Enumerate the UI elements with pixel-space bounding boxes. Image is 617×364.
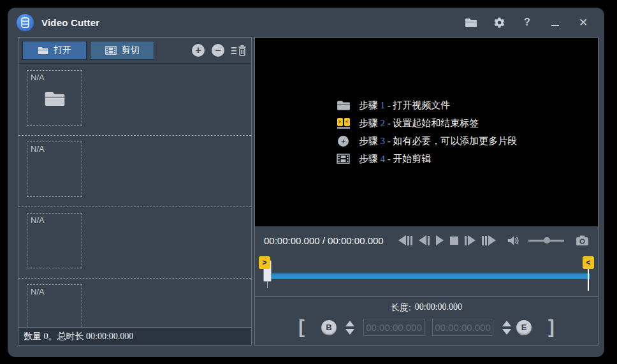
step-text: 步骤 3 - 如有必要，可以添加更多片段 (359, 135, 518, 147)
app-logo-icon (17, 14, 34, 31)
frame-forward-fast-button[interactable] (482, 235, 496, 246)
step-row-3: + 步骤 3 - 如有必要，可以添加更多片段 (336, 135, 518, 147)
step-row-1: 步骤 1 - 打开视频文件 (336, 99, 518, 112)
timeline: > < (255, 254, 598, 296)
segment-label: N/A (31, 215, 45, 225)
add-segment-button[interactable]: + (192, 44, 205, 57)
player-controls-row: 00:00:00.000 / 00:00:00.000 (255, 226, 598, 254)
time-display: 00:00:00.000 / 00:00:00.000 (264, 235, 384, 246)
step-text: 步骤 4 - 开始剪辑 (359, 153, 432, 165)
segment-label: N/A (31, 144, 45, 154)
remove-segment-button[interactable]: − (212, 44, 224, 57)
step-text: 步骤 2 - 设置起始和结束标签 (359, 117, 479, 129)
help-icon[interactable]: ? (520, 15, 534, 29)
minimize-icon (551, 25, 559, 26)
volume-handle[interactable] (544, 237, 550, 244)
film-icon (336, 154, 351, 164)
titlebar: Video Cutter ? ✕ (8, 8, 604, 37)
start-marker[interactable]: > (259, 256, 270, 269)
folder-icon (38, 47, 48, 55)
tab-cut[interactable]: 剪切 (90, 41, 154, 60)
tab-open[interactable]: 打开 (22, 41, 87, 60)
segment-item-1: N/A (18, 64, 251, 136)
segment-thumbnail-4[interactable]: N/A (27, 284, 82, 327)
mute-speaker-icon[interactable] (506, 235, 519, 246)
clip-list-panel: 打开 剪切 + − (18, 37, 252, 346)
preview-panel: 步骤 1 - 打开视频文件 >< 步骤 2 - (254, 37, 599, 346)
set-end-button[interactable]: E (516, 320, 532, 335)
segment-thumbnail-3[interactable]: N/A (27, 213, 82, 268)
frame-back-button[interactable] (419, 235, 430, 246)
snapshot-camera-button[interactable] (576, 235, 589, 246)
timeline-track[interactable] (265, 272, 590, 279)
segment-label: N/A (31, 73, 45, 82)
status-bar: 数量 0。总时长 00:00:00.000 (18, 327, 251, 345)
length-readout: 长度: 00:00:00.000 (255, 302, 598, 314)
clear-list-button[interactable] (231, 45, 246, 56)
step-text: 步骤 1 - 打开视频文件 (359, 99, 451, 112)
stepper-up-icon[interactable] (502, 321, 511, 326)
app-window: Video Cutter ? ✕ (8, 8, 604, 357)
minus-icon: − (215, 45, 221, 55)
close-bracket: ] (548, 318, 555, 337)
help-glyph: ? (524, 17, 530, 28)
stepper-up-icon[interactable] (345, 321, 354, 326)
segment-thumbnail-2[interactable]: N/A (27, 142, 82, 197)
folder-icon (44, 91, 66, 107)
stepper-down-icon[interactable] (345, 329, 354, 335)
close-button[interactable]: ✕ (576, 15, 590, 29)
tab-cut-label: 剪切 (122, 45, 140, 56)
settings-gear-icon[interactable] (492, 15, 506, 29)
segment-thumbnail-1[interactable]: N/A (27, 70, 82, 126)
plus-icon: + (195, 45, 201, 55)
markers-icon: >< (336, 118, 351, 129)
set-begin-button[interactable]: B (321, 320, 337, 335)
folder-icon (336, 100, 351, 111)
start-time-stepper (345, 321, 354, 335)
frame-back-fast-button[interactable] (398, 235, 412, 246)
segment-label: N/A (31, 287, 45, 296)
end-time-stepper (502, 321, 511, 335)
film-icon (105, 46, 117, 55)
window-title: Video Cutter (41, 17, 99, 28)
open-bracket: [ (298, 318, 305, 337)
frame-forward-button[interactable] (465, 235, 475, 246)
add-icon: + (336, 136, 351, 147)
close-icon: ✕ (579, 16, 588, 29)
steps-guide: 步骤 1 - 打开视频文件 >< 步骤 2 - (336, 99, 518, 165)
video-preview: 步骤 1 - 打开视频文件 >< 步骤 2 - (255, 38, 598, 226)
clear-list-trash-icon (231, 45, 246, 56)
minimize-button[interactable] (548, 15, 562, 29)
segment-item-4: N/A (18, 279, 251, 327)
start-time-input[interactable] (363, 319, 425, 336)
step-row-4: 步骤 4 - 开始剪辑 (336, 153, 518, 165)
trim-section: 长度: 00:00:00.000 [ B E ] (255, 296, 598, 345)
tab-open-label: 打开 (54, 45, 71, 56)
volume-slider[interactable] (528, 235, 564, 246)
step-row-2: >< 步骤 2 - 设置起始和结束标签 (336, 117, 518, 129)
end-time-input[interactable] (432, 319, 493, 336)
length-value: 00:00:00.000 (415, 302, 462, 314)
play-button[interactable] (436, 235, 444, 246)
stepper-down-icon[interactable] (502, 329, 511, 335)
clip-toolbar: 打开 剪切 + − (18, 38, 251, 64)
length-label: 长度: (391, 302, 411, 314)
open-folder-icon[interactable] (464, 15, 478, 29)
segment-item-3: N/A (18, 207, 251, 279)
segment-list: N/A N/A N/A (18, 64, 251, 327)
end-marker[interactable]: < (583, 256, 594, 269)
stop-button[interactable] (450, 235, 458, 246)
segment-item-2: N/A (18, 136, 251, 207)
end-position-line (588, 268, 589, 291)
